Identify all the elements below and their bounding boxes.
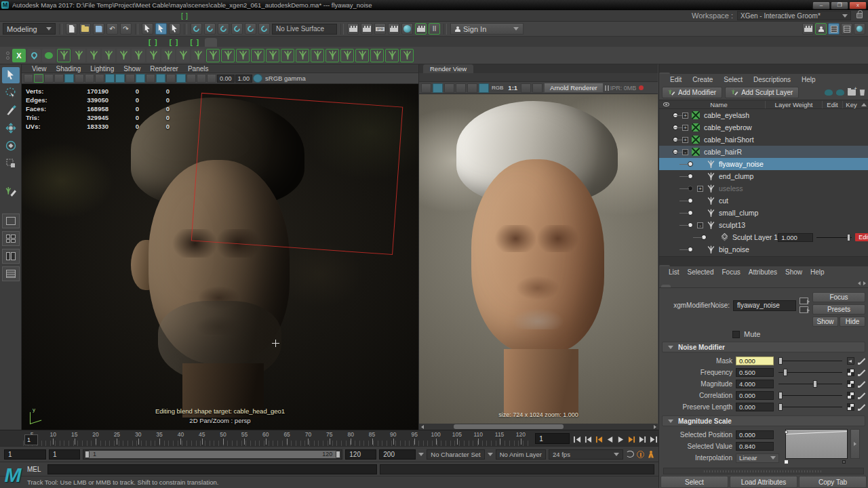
animation-end-field[interactable]: 200 (379, 449, 416, 460)
lock-icon[interactable] (856, 13, 863, 18)
shelf-tab[interactable] (217, 38, 229, 47)
xgen-groom-tool-icon[interactable] (281, 49, 294, 62)
snap-to-view-plane-icon[interactable] (245, 23, 256, 35)
menu-item[interactable] (157, 12, 167, 20)
output-connection-icon[interactable] (800, 298, 808, 304)
new-group-icon[interactable] (848, 89, 856, 96)
expand-toggle[interactable]: + (697, 186, 703, 192)
render-view-tab[interactable]: Render View (423, 64, 473, 73)
shelf-tab[interactable] (57, 38, 69, 47)
range-slider[interactable]: 1 120 (83, 449, 342, 460)
attribute-slider[interactable] (777, 391, 844, 400)
viewport-menu-item[interactable]: Show (119, 65, 145, 73)
ae-menu-item[interactable]: List (665, 268, 684, 276)
gamma-field[interactable]: 1.00 (235, 75, 253, 83)
bookmark-icon[interactable] (34, 74, 43, 83)
xgen-groom-tool-icon[interactable] (385, 49, 399, 62)
node-tab[interactable] (671, 285, 681, 287)
item-label[interactable]: useless (719, 184, 743, 192)
loop-mode-icon[interactable] (626, 451, 634, 458)
expand-toggle[interactable]: - (697, 222, 703, 228)
viewport-menu-item[interactable]: Lighting (85, 65, 119, 73)
tree-row[interactable]: - sculpt13 (659, 219, 868, 231)
snap-to-point-icon[interactable] (218, 23, 229, 35)
shelf-tab[interactable] (142, 38, 163, 47)
layout-four-pane-button[interactable] (2, 231, 20, 246)
isolate-select-icon[interactable] (166, 74, 176, 83)
render-current-frame-icon[interactable] (361, 23, 372, 35)
divider[interactable] (443, 24, 447, 35)
ao-icon[interactable] (125, 74, 135, 83)
character-controls-icon[interactable] (815, 23, 827, 35)
menu-item[interactable] (167, 12, 176, 20)
item-label[interactable]: cut (719, 197, 728, 205)
ae-hscrollbar[interactable] (663, 468, 864, 474)
paint-select-tool[interactable] (2, 102, 20, 119)
layer-weight-column-header[interactable]: Layer Weight (765, 101, 822, 108)
add-sculpt-layer-button[interactable]: Add Sculpt Layer (725, 87, 799, 98)
menu-item[interactable] (129, 12, 138, 20)
xgen-groom-tool-icon[interactable] (161, 49, 175, 62)
hypershade-icon[interactable] (401, 23, 413, 35)
play-forwards-button[interactable] (616, 434, 626, 445)
xgen-groom-tool-icon[interactable] (72, 49, 85, 62)
expand-toggle[interactable]: + (682, 125, 688, 131)
viewport-menu-item[interactable]: View (27, 65, 52, 73)
character-set-menu-icon[interactable] (418, 453, 424, 456)
render-settings-icon[interactable] (479, 83, 489, 93)
set-key-icon[interactable] (858, 403, 865, 411)
item-label[interactable]: cable_hairShort (704, 136, 754, 144)
xgen-groom-tool-icon[interactable] (296, 49, 309, 62)
selected-value-field[interactable]: 0.840 (736, 442, 774, 451)
menu-item[interactable] (81, 12, 91, 20)
gate-mask-icon[interactable] (197, 74, 206, 83)
texture-map-button[interactable] (847, 380, 854, 388)
color-management-icon[interactable] (253, 74, 262, 83)
menu-item[interactable] (138, 12, 148, 20)
render-region-icon[interactable] (433, 83, 443, 93)
tree-row[interactable]: small_clump (659, 207, 868, 219)
render-sequence-icon[interactable] (388, 23, 399, 35)
animation-start-field[interactable]: 1 (4, 449, 46, 460)
viewport-menu-item[interactable]: Shading (52, 65, 86, 73)
tree-row[interactable]: + useless (659, 182, 868, 195)
node-name-field[interactable]: flyaway_noise (733, 300, 796, 311)
go-to-start-button[interactable] (572, 434, 583, 445)
hide-button[interactable]: Hide (840, 317, 865, 327)
select-by-object-icon[interactable] (155, 23, 167, 35)
range-end-handle[interactable] (336, 451, 340, 458)
shelf-tab[interactable] (118, 38, 130, 47)
groom-menu-item[interactable]: Create (687, 76, 718, 83)
character-set-selector[interactable]: No Character Set (427, 449, 484, 460)
grease-pencil-icon[interactable] (64, 74, 74, 83)
camera-attrs-icon[interactable] (24, 74, 33, 83)
move-tool[interactable] (2, 120, 20, 136)
close-button[interactable]: x (849, 1, 867, 9)
shelf-tab[interactable] (45, 38, 57, 47)
auto-keyframe-icon[interactable] (647, 451, 654, 458)
viewport-menu-item[interactable]: Renderer (145, 65, 183, 73)
multisample-icon[interactable] (146, 74, 155, 83)
image-plane-icon[interactable] (44, 74, 54, 83)
use-all-lights-icon[interactable] (105, 74, 115, 83)
menu-item[interactable] (110, 12, 119, 20)
resolution-gate-icon[interactable] (186, 74, 196, 83)
menu-set-selector[interactable]: Modeling (3, 23, 56, 35)
layout-two-pane-button[interactable] (2, 249, 20, 264)
playback-speed-selector[interactable]: 24 fps (549, 449, 623, 460)
modeling-toolkit-icon[interactable] (802, 23, 814, 35)
item-label[interactable]: end_clump (719, 172, 753, 180)
range-start-handle[interactable] (85, 451, 90, 458)
zoom-ratio-button[interactable]: 1:1 (506, 84, 519, 92)
mute-checkbox[interactable] (732, 331, 740, 338)
attribute-value-field[interactable]: 0.500 (736, 368, 774, 377)
xgen-groom-tool-icon[interactable] (176, 49, 190, 62)
name-column-header[interactable]: Name (673, 101, 765, 108)
attribute-slider[interactable] (777, 357, 844, 365)
noise-modifier-section-header[interactable]: Noise Modifier (662, 342, 865, 352)
exposure-field[interactable]: 0.00 (217, 75, 235, 83)
tabs-scroll-right-icon[interactable] (863, 281, 866, 285)
sign-in-button[interactable]: Sign In (450, 23, 524, 35)
select-tool[interactable] (2, 67, 20, 83)
texture-map-button[interactable] (847, 403, 854, 411)
